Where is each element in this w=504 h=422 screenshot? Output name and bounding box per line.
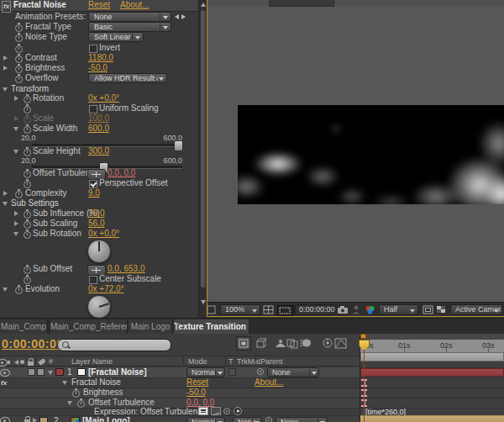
motion-blur-icon[interactable] (300, 338, 312, 349)
show-snapshot-icon[interactable] (352, 305, 360, 314)
overflow-dropdown[interactable]: Allow HDR Results (88, 73, 167, 83)
clipped-icon[interactable] (207, 305, 216, 314)
twirl-icon[interactable] (3, 87, 8, 92)
blend-mode-dropdown[interactable]: Normal (186, 367, 225, 377)
search-input[interactable] (57, 339, 171, 351)
expression-graph-icon[interactable] (211, 407, 221, 415)
layer-name[interactable]: [Fractal Noise] (88, 367, 146, 377)
layer-name-column-header[interactable]: Layer Name (71, 357, 113, 367)
sub-rotation-value[interactable]: 0x +0,0° (88, 229, 119, 239)
visibility-eye-icon[interactable] (0, 369, 10, 377)
evolution-dial[interactable] (87, 295, 111, 318)
stopwatch-icon[interactable] (24, 171, 31, 178)
graph-editor-icon[interactable] (334, 338, 346, 349)
reset-link[interactable]: Reset (88, 0, 110, 10)
perspective-offset-checkbox[interactable] (89, 180, 97, 188)
stopwatch-icon[interactable] (15, 191, 23, 198)
parent-dropdown[interactable]: None (267, 367, 319, 377)
invert-checkbox[interactable] (89, 45, 97, 53)
twirl-icon[interactable] (62, 381, 67, 385)
solo-toggle[interactable] (28, 368, 35, 376)
parent-dropdown[interactable]: None (276, 417, 328, 422)
tab-texture-transition[interactable]: Texture Transition × (174, 319, 249, 335)
magnification-dropdown[interactable]: 100% (220, 304, 260, 315)
evolution-value[interactable]: 0x +72,0° (88, 284, 124, 294)
stopwatch-icon[interactable] (72, 390, 80, 398)
center-subscale-checkbox[interactable] (89, 276, 97, 284)
stopwatch-icon[interactable] (15, 66, 23, 73)
comp-mini-flowchart-icon[interactable] (236, 336, 251, 351)
stopwatch-icon[interactable] (77, 400, 85, 408)
scrollbar-thumb[interactable] (200, 9, 207, 288)
preset-next-icon[interactable] (181, 14, 186, 19)
scroll-down-icon[interactable] (201, 300, 206, 304)
draft-3d-icon[interactable] (255, 338, 266, 349)
parent-pickwhip-icon[interactable] (265, 417, 272, 422)
twirl-icon[interactable] (13, 232, 18, 236)
about-link[interactable]: About... (120, 0, 149, 10)
stopwatch-icon[interactable] (24, 231, 31, 239)
effect-name[interactable]: Fractal Noise (71, 377, 121, 388)
twirl-icon[interactable] (33, 418, 37, 422)
twirl-icon[interactable] (13, 127, 18, 131)
noise-type-dropdown[interactable]: Soft Linear (88, 32, 144, 42)
twirl-icon[interactable] (3, 287, 8, 292)
stopwatch-icon[interactable] (15, 34, 23, 42)
current-time-display[interactable]: 0:00:00:00 (2, 337, 64, 351)
label-color-swatch[interactable] (55, 368, 64, 376)
row-tl-brightness[interactable]: Brightness -50,0 (0, 388, 360, 398)
brightness-value[interactable]: -50,0 (186, 388, 206, 398)
animation-presets-dropdown[interactable]: None (88, 12, 171, 22)
composition-frame[interactable] (238, 105, 504, 204)
stopwatch-icon[interactable] (24, 181, 31, 188)
twirl-icon[interactable] (14, 96, 18, 101)
reset-link[interactable]: Reset (186, 377, 208, 388)
work-area-bar[interactable] (360, 352, 504, 361)
offset-turbulence-value[interactable]: 0,0, 0,0 (108, 168, 135, 178)
twirl-icon[interactable] (13, 150, 18, 154)
navigator-handle[interactable] (360, 334, 366, 339)
tab-main-comp-reference[interactable]: Main_Comp_Reference (50, 319, 128, 335)
preset-prev-icon[interactable] (175, 14, 179, 19)
about-link[interactable]: About... (255, 377, 283, 388)
parent-column-header[interactable]: Parent (260, 357, 283, 367)
effect-panel-scrollbar[interactable] (198, 0, 207, 318)
tab-main-logo[interactable]: Main Logo (129, 319, 173, 335)
stopwatch-icon[interactable] (24, 277, 31, 284)
stopwatch-icon[interactable] (24, 221, 31, 229)
twirl-icon[interactable] (14, 221, 18, 226)
sub-scaling-value[interactable]: 56,0 (88, 219, 104, 229)
stopwatch-icon[interactable] (15, 24, 23, 32)
fractal-type-dropdown[interactable]: Basic (88, 22, 171, 32)
sub-rotation-dial[interactable] (87, 240, 111, 263)
twirl-icon[interactable] (3, 66, 8, 71)
brightness-value[interactable]: -50,0 (88, 63, 108, 73)
twirl-icon[interactable] (48, 371, 53, 375)
safe-areas-icon[interactable] (277, 305, 294, 316)
show-channel-icon[interactable] (365, 305, 375, 314)
layer-row-fractal-noise[interactable]: 1 [Fractal Noise] Normal None (0, 367, 360, 378)
stopwatch-icon[interactable] (15, 45, 23, 53)
expression-pickwhip-icon[interactable] (223, 408, 230, 414)
layer2-duration-bar[interactable] (360, 415, 504, 422)
stopwatch-icon[interactable] (15, 55, 23, 63)
row-effect-fractal-noise[interactable]: fx Fractal Noise Reset About... (0, 378, 360, 388)
stopwatch-icon[interactable] (24, 96, 31, 103)
shy-icon[interactable] (275, 338, 286, 349)
resolution-dropdown[interactable]: Half (379, 304, 418, 315)
layer-row-main-logo[interactable]: 2 [Main Logo] Normal None None (0, 416, 360, 422)
row-expression[interactable]: Expression: Offset Turbulence (0, 409, 360, 416)
scroll-up-icon[interactable] (201, 3, 206, 7)
twirl-icon[interactable] (3, 202, 8, 206)
complexity-value[interactable]: 9,0 (88, 188, 100, 198)
stopwatch-icon[interactable] (24, 211, 31, 219)
snapshot-camera-icon[interactable] (337, 305, 349, 314)
tab-main-comp[interactable]: Main_Comp (0, 319, 48, 335)
camera-view-dropdown[interactable]: Active Camera (450, 304, 502, 315)
auto-keyframe-icon[interactable] (322, 338, 333, 349)
trkmat-dropdown[interactable]: None (233, 417, 262, 422)
expression-language-menu-icon[interactable] (234, 407, 242, 415)
twirl-icon[interactable] (3, 191, 8, 196)
sub-offset-value[interactable]: 0,0, 653,0 (108, 264, 144, 274)
stopwatch-icon[interactable] (24, 266, 31, 274)
